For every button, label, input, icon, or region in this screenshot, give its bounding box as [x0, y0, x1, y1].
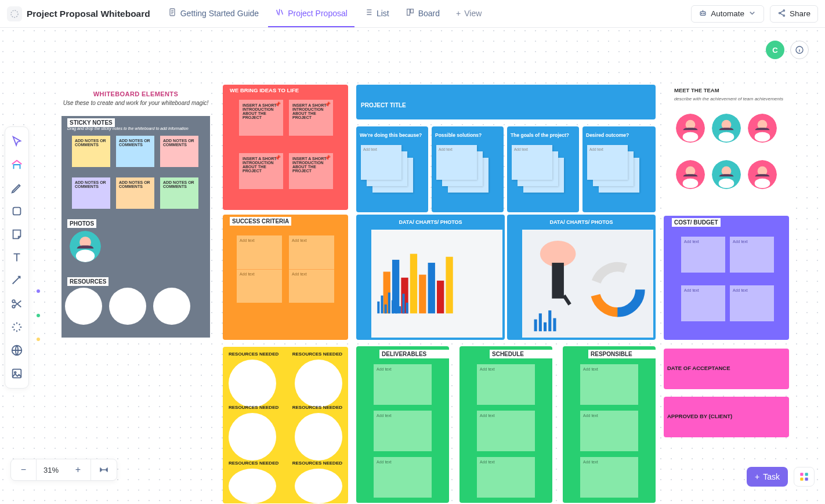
- pen-tool[interactable]: [10, 182, 23, 194]
- team-panel[interactable]: MEET THE TEAM describe with the achievem…: [664, 85, 789, 222]
- tab-list[interactable]: List: [357, 1, 396, 27]
- elements-panel[interactable]: WHITEBOARD ELEMENTS Use these to create …: [61, 85, 210, 338]
- success-panel[interactable]: SUCCESS CRITERIA Add textAdd text Add te…: [223, 215, 348, 340]
- cost-note[interactable]: Add text: [730, 285, 774, 321]
- success-note[interactable]: Add textAdd text: [289, 235, 334, 303]
- share-button[interactable]: Share: [770, 5, 818, 23]
- svg-rect-11: [13, 208, 21, 215]
- scissors-tool[interactable]: [10, 298, 23, 310]
- svg-rect-36: [402, 293, 404, 313]
- sticky-orange[interactable]: ADD NOTES OR COMMENTS: [116, 177, 154, 209]
- cost-note[interactable]: Add text: [730, 237, 774, 273]
- responsible-card[interactable]: Add text: [580, 411, 638, 451]
- team-subtitle: describe with the achievement of team ac…: [674, 96, 783, 101]
- data-charts-panel-1[interactable]: DATA/ CHARTS/ PHOTOS: [356, 215, 505, 340]
- apps-button[interactable]: [794, 467, 815, 487]
- sticky-yellow[interactable]: ADD NOTES OR COMMENTS: [72, 136, 110, 167]
- schedule-panel[interactable]: SCHEDULE Add text Add text Add text: [459, 346, 552, 503]
- placeholder-avatar[interactable]: [70, 231, 101, 262]
- info-button[interactable]: [790, 41, 809, 59]
- ideas-panel[interactable]: WE BRING IDEAS TO LIFE 📌INSERT A SHORT I…: [223, 85, 348, 210]
- connector-tool[interactable]: [10, 274, 23, 287]
- sticky-blue[interactable]: ADD NOTES OR COMMENTS: [116, 136, 154, 167]
- deliverable-card[interactable]: Add text: [374, 411, 432, 451]
- team-title: MEET THE TEAM: [674, 87, 719, 93]
- share-label: Share: [790, 9, 810, 18]
- page-icon: [7, 6, 22, 21]
- data-charts-panel-2[interactable]: DATA/ CHARTS/ PHOTOS: [507, 215, 656, 340]
- cost-note[interactable]: Add text: [681, 285, 725, 321]
- cost-panel[interactable]: COST/ BUDGET Add text Add text Add text …: [664, 216, 789, 340]
- question-panel-why[interactable]: We're doing this because? Add text: [356, 126, 428, 212]
- schedule-card[interactable]: Add text: [477, 457, 535, 498]
- question-panel-solutions[interactable]: Possible solutions? Add text: [432, 126, 504, 212]
- web-tool[interactable]: [10, 344, 23, 357]
- cost-note[interactable]: Add text: [681, 237, 725, 273]
- resource-circle[interactable]: [109, 288, 146, 325]
- deliverable-card[interactable]: Add text: [374, 457, 432, 498]
- tab-getting-started[interactable]: Getting Started Guide: [161, 1, 266, 27]
- team-avatar[interactable]: [748, 114, 777, 143]
- zoom-value[interactable]: 31%: [37, 466, 66, 474]
- pointer-tool[interactable]: [10, 135, 23, 148]
- shape-tool[interactable]: [10, 205, 23, 217]
- project-title-panel[interactable]: PROJECT TITLE: [356, 85, 656, 119]
- zoom-fit-button[interactable]: [91, 459, 117, 481]
- home-tool[interactable]: [10, 158, 23, 171]
- team-avatar[interactable]: [676, 114, 705, 143]
- sticky-purple[interactable]: ADD NOTES OR COMMENTS: [72, 177, 110, 209]
- resource-circle[interactable]: [229, 360, 276, 407]
- question-label: Desired outcome?: [586, 130, 652, 138]
- doc-icon: [168, 8, 177, 19]
- page-title[interactable]: Project Proposal Whiteboard: [27, 9, 150, 19]
- resource-circle[interactable]: [295, 413, 342, 461]
- zoom-out-button[interactable]: −: [11, 459, 37, 481]
- add-view-button[interactable]: + View: [449, 1, 489, 27]
- resource-circle[interactable]: [65, 288, 102, 325]
- responsible-card[interactable]: Add text: [580, 457, 638, 498]
- zoom-in-button[interactable]: +: [66, 459, 91, 481]
- idea-note[interactable]: 📌INSERT A SHORT INTRODUCTION ABOUT THE P…: [239, 100, 283, 136]
- responsible-card[interactable]: Add text: [580, 364, 638, 405]
- text-tool[interactable]: [10, 251, 23, 264]
- success-note[interactable]: Add textAdd text: [237, 235, 282, 303]
- responsible-panel[interactable]: RESPONSIBLE Add text Add text Add text: [563, 346, 656, 503]
- team-avatar[interactable]: [712, 114, 741, 143]
- team-avatar[interactable]: [712, 160, 741, 189]
- schedule-card[interactable]: Add text: [477, 364, 535, 405]
- charts-photo-placeholder: [522, 230, 653, 338]
- image-tool[interactable]: [10, 367, 23, 380]
- svg-rect-38: [522, 230, 653, 338]
- resource-circle[interactable]: [295, 469, 342, 503]
- approval-panel[interactable]: APPROVED BY (CLIENT): [664, 397, 789, 437]
- sticky-tool[interactable]: [10, 228, 23, 241]
- idea-note[interactable]: 📌INSERT A SHORT INTRODUCTION ABOUT THE P…: [289, 100, 333, 136]
- create-task-button[interactable]: + Task: [747, 467, 788, 487]
- acceptance-panel[interactable]: DATE OF ACCEPTANCE: [664, 349, 789, 389]
- sticky-pink[interactable]: ADD NOTES OR COMMENTS: [160, 136, 198, 167]
- svg-rect-28: [446, 257, 453, 314]
- resource-circle[interactable]: [229, 469, 276, 503]
- chevron-down-icon: [748, 9, 757, 19]
- automate-button[interactable]: Automate: [691, 5, 764, 23]
- resource-circle[interactable]: [229, 413, 276, 461]
- idea-note[interactable]: 📌INSERT A SHORT INTRODUCTION ABOUT THE P…: [239, 153, 283, 189]
- deliverable-card[interactable]: Add text: [374, 364, 432, 405]
- tab-project-proposal[interactable]: Project Proposal: [268, 1, 354, 27]
- idea-note[interactable]: 📌INSERT A SHORT INTRODUCTION ABOUT THE P…: [289, 153, 333, 189]
- sticky-notes-label: STICKY NOTES: [67, 118, 115, 127]
- team-avatar[interactable]: [748, 160, 777, 189]
- tab-board[interactable]: Board: [399, 1, 447, 27]
- question-panel-goals[interactable]: The goals of the project? Add text: [507, 126, 579, 212]
- resources-panel[interactable]: RESOURCES NEEDEDRESOURCES NEEDED RESOURC…: [223, 347, 348, 503]
- canvas[interactable]: C − 31% + WHITEBOARD ELEMENTS Use these …: [0, 28, 825, 504]
- team-avatar[interactable]: [676, 160, 705, 189]
- sticky-green[interactable]: ADD NOTES OR COMMENTS: [160, 177, 198, 209]
- ai-tool[interactable]: [10, 321, 23, 333]
- presence-avatar[interactable]: C: [766, 41, 784, 59]
- schedule-card[interactable]: Add text: [477, 411, 535, 451]
- question-panel-outcome[interactable]: Desired outcome? Add text: [582, 126, 656, 212]
- deliverables-panel[interactable]: DELIVERABLES Add text Add text Add text: [356, 346, 449, 503]
- resource-circle[interactable]: [295, 360, 342, 407]
- resource-circle[interactable]: [153, 288, 190, 325]
